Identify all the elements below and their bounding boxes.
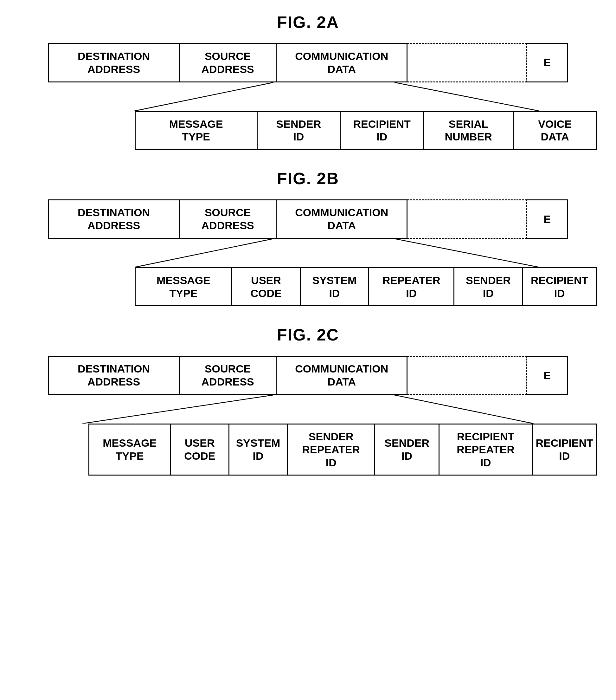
fig2c-comm-data: COMMUNICATION DATA	[277, 356, 408, 395]
fig2c-system-id: SYSTEM ID	[229, 424, 288, 476]
fig2b-sender-id: SENDER ID	[454, 267, 523, 307]
fig2a-comm-data: COMMUNICATION DATA	[277, 43, 408, 83]
fig2c-dest-address: DESTINATION ADDRESS	[48, 356, 180, 395]
svg-line-4	[83, 395, 273, 424]
fig2b-dest-address: DESTINATION ADDRESS	[48, 199, 180, 239]
fig2c-dashed-area	[408, 356, 527, 395]
svg-line-2	[135, 239, 273, 267]
fig2b-msg-type: MESSAGE TYPE	[135, 267, 232, 307]
fig2b-dashed-area	[408, 199, 527, 239]
svg-line-1	[395, 83, 539, 111]
fig2c-user-code: USER CODE	[171, 424, 229, 476]
fig2a-src-address: SOURCE ADDRESS	[180, 43, 277, 83]
fig2c-e-field: E	[527, 356, 568, 395]
fig2c-msg-type: MESSAGE TYPE	[88, 424, 171, 476]
fig2a-voice-data: VOICE DATA	[514, 111, 597, 150]
fig2a-detail-row: MESSAGE TYPE SENDER ID RECIPIENT ID SERI…	[135, 111, 597, 150]
fig2b-detail-row: MESSAGE TYPE USER CODE SYSTEM ID REPEATE…	[135, 267, 597, 307]
svg-line-3	[395, 239, 539, 267]
figure-2b-title: FIG. 2B	[277, 169, 339, 188]
figure-2a: FIG. 2A DESTINATION ADDRESS SOURCE ADDRE…	[19, 13, 597, 150]
fig2b-connector	[48, 239, 568, 267]
fig2a-dashed-area	[408, 43, 527, 83]
fig2b-e-field: E	[527, 199, 568, 239]
fig2b-packet-row: DESTINATION ADDRESS SOURCE ADDRESS COMMU…	[48, 199, 568, 239]
fig2c-src-address: SOURCE ADDRESS	[180, 356, 277, 395]
fig2c-detail-row: MESSAGE TYPE USER CODE SYSTEM ID SENDER …	[88, 424, 597, 476]
figure-2b: FIG. 2B DESTINATION ADDRESS SOURCE ADDRE…	[19, 169, 597, 306]
fig2c-packet-row: DESTINATION ADDRESS SOURCE ADDRESS COMMU…	[48, 356, 568, 395]
fig2b-user-code: USER CODE	[232, 267, 301, 307]
fig2a-packet-row: DESTINATION ADDRESS SOURCE ADDRESS COMMU…	[48, 43, 568, 83]
fig2c-sender-id: SENDER ID	[375, 424, 439, 476]
figure-2c-title: FIG. 2C	[277, 325, 339, 344]
fig2b-system-id: SYSTEM ID	[301, 267, 369, 307]
fig2c-connector	[48, 395, 568, 424]
svg-line-0	[135, 83, 273, 111]
fig2a-msg-type: MESSAGE TYPE	[135, 111, 258, 150]
fig2a-sender-id: SENDER ID	[258, 111, 341, 150]
svg-line-5	[395, 395, 534, 424]
fig2a-serial-number: SERIAL NUMBER	[424, 111, 514, 150]
fig2b-repeater-id: REPEATER ID	[369, 267, 455, 307]
fig2b-recipient-id: RECIPIENT ID	[523, 267, 597, 307]
fig2a-e-field: E	[527, 43, 568, 83]
fig2b-comm-data: COMMUNICATION DATA	[277, 199, 408, 239]
fig2c-recipient-repeater-id: RECIPIENT REPEATER ID	[439, 424, 532, 476]
figure-2c: FIG. 2C DESTINATION ADDRESS SOURCE ADDRE…	[19, 325, 597, 476]
fig2a-connector	[48, 83, 568, 111]
fig2a-recipient-id: RECIPIENT ID	[341, 111, 424, 150]
fig2c-recipient-id: RECIPIENT ID	[532, 424, 597, 476]
figure-2a-title: FIG. 2A	[277, 13, 339, 32]
fig2b-src-address: SOURCE ADDRESS	[180, 199, 277, 239]
fig2c-sender-repeater-id: SENDER REPEATER ID	[288, 424, 375, 476]
fig2a-dest-address: DESTINATION ADDRESS	[48, 43, 180, 83]
